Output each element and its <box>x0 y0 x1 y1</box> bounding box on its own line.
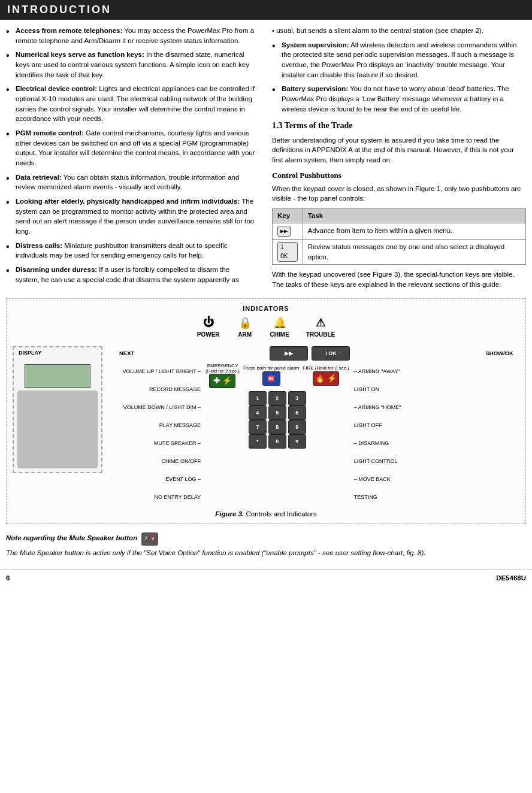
indicator-item: ⏻POWER <box>197 314 220 338</box>
figure-caption-bold: Figure 3. <box>215 510 244 517</box>
right-labels-col: – ARMING "AWAY"LIGHT ON– ARMING "HOME"LI… <box>352 363 430 506</box>
keypad-key[interactable]: 8 <box>268 420 286 434</box>
pushbuttons-text: When the keypad cover is closed, as show… <box>272 184 526 204</box>
left-label: VOLUME DOWN / LIGHT DIM – <box>107 399 201 416</box>
right-label: LIGHT OFF <box>354 417 430 434</box>
left-label: CHIME ON/OFF <box>107 453 201 470</box>
panic-label: Press both for panic alarm <box>243 365 299 371</box>
page-footer: 6 DE5468U <box>0 569 532 584</box>
indicators-section: INDICATORS ⏻POWER🔒ARM🔔CHIME⚠TROUBLE <box>197 305 335 343</box>
keypad-key[interactable]: 2 <box>268 391 286 405</box>
showok-button[interactable]: i OK <box>312 346 350 361</box>
fire-label: FIRE (Hold for 2 sec.) <box>303 365 349 371</box>
fire-button[interactable]: 🔥 ⚡ <box>313 371 339 386</box>
keypad-key[interactable]: 3 <box>288 391 306 405</box>
keypad-key[interactable]: * <box>249 434 267 449</box>
right-label: – ARMING "HOME" <box>354 399 430 416</box>
left-column: •Access from remote telephones: You may … <box>6 26 266 290</box>
key-symbol[interactable]: i OK <box>277 242 298 262</box>
bullet-dot: • <box>6 84 13 95</box>
bullet-item: •Distress calls: Miniature pushbutton tr… <box>6 241 255 261</box>
next-showok-row: NEXT ▶▶ i OK SHOW/OK <box>107 346 519 361</box>
bullet-text: Battery supervision: You do not have to … <box>282 84 526 114</box>
bullet-dot: • <box>6 172 13 184</box>
right-column: • usual, but sends a silent alarm to the… <box>266 26 526 290</box>
section-terms: 1.3 Terms of the TradeBetter understandi… <box>272 120 526 165</box>
key-symbol[interactable]: ▶▶ <box>277 226 291 237</box>
mute-icon: 7 🔇 <box>141 532 158 546</box>
indicators-row: ⏻POWER🔒ARM🔔CHIME⚠TROUBLE <box>197 314 335 338</box>
indicators-label: INDICATORS <box>197 305 335 312</box>
keypad-row: 456 <box>249 405 306 420</box>
emergency-btn-group: EMERGENCY (Hold for 2 sec.) ✚ ⚡ <box>205 363 240 388</box>
figure-caption-desc: Controls and Indicators <box>246 510 316 517</box>
keypad-key[interactable]: 1 <box>249 391 267 405</box>
bullet-text: Electrical device control: Lights and el… <box>16 84 255 124</box>
section-title-pushbuttons: Control Pushbuttons <box>272 170 526 181</box>
note-section: Note regarding the Mute Speaker button 7… <box>0 528 532 563</box>
indicator-icon: 🔔 <box>271 314 288 331</box>
bullet-item: •Numerical keys serve as function keys: … <box>6 50 255 80</box>
fire-btn-group: FIRE (Hold for 2 sec.) 🔥 ⚡ <box>303 365 349 386</box>
next-button[interactable]: ▶▶ <box>270 346 308 361</box>
table-row: i OKReview status messages one by one an… <box>273 240 526 265</box>
emergency-fire-row: EMERGENCY (Hold for 2 sec.) ✚ ⚡ Press bo… <box>205 363 349 388</box>
bullet-text: Looking after elderly, physically handic… <box>16 196 255 237</box>
keypad-key[interactable]: 7 <box>249 420 267 434</box>
bullet-text: Disarming under duress: If a user is for… <box>16 265 255 284</box>
keypad-key[interactable]: # <box>288 434 306 449</box>
left-label: RECORD MESSAGE <box>107 381 201 398</box>
figure-area: INDICATORS ⏻POWER🔒ARM🔔CHIME⚠TROUBLE DISP… <box>6 298 526 524</box>
note-body: The Mute Speaker button is active only i… <box>6 548 426 558</box>
key-cell: ▶▶ <box>273 223 303 240</box>
left-label: EVENT LOG – <box>107 471 201 488</box>
panic-btn-group: Press both for panic alarm 🆘 <box>243 365 299 386</box>
display-screen <box>25 364 90 388</box>
panic-button[interactable]: 🆘 <box>262 371 280 386</box>
left-label: VOLUME UP / LIGHT BRIGHT – <box>107 363 201 380</box>
note-text: Note regarding the Mute Speaker button 7… <box>6 532 426 558</box>
keypad-row: *0# <box>249 434 306 449</box>
keypad-key[interactable]: 6 <box>288 405 306 420</box>
next-label: NEXT <box>119 350 134 356</box>
next-btns: ▶▶ i OK <box>270 346 350 361</box>
bullet-item: •Battery supervision: You do not have to… <box>272 84 526 114</box>
section-title-terms: 1.3 Terms of the Trade <box>272 120 526 132</box>
bullet-list: •Access from remote telephones: You may … <box>6 26 255 284</box>
center-panel: NEXT ▶▶ i OK SHOW/OK VOLUME UP / LIGHT B… <box>107 346 519 506</box>
task-cell: Advance from item to item within a given… <box>303 223 525 240</box>
bullet-dot: • <box>6 196 13 208</box>
bullet-dot: • <box>272 84 279 95</box>
keypad-key[interactable]: 9 <box>288 420 306 434</box>
showok-label: SHOW/OK <box>486 350 513 356</box>
col-key: Key <box>273 208 303 223</box>
right-intro-text: • usual, but sends a silent alarm to the… <box>272 26 526 36</box>
bullet-item: •Looking after elderly, physically handi… <box>6 196 255 237</box>
indicator-label: TROUBLE <box>306 331 335 338</box>
bullet-dot: • <box>6 50 13 61</box>
indicator-item: 🔔CHIME <box>270 314 289 338</box>
bullet-text: Numerical keys serve as function keys: I… <box>16 50 255 80</box>
keypad-full-row: VOLUME UP / LIGHT BRIGHT –RECORD MESSAGE… <box>107 363 519 506</box>
bullet-text: System supervision: All wireless detecto… <box>282 40 526 80</box>
emergency-label: EMERGENCY (Hold for 2 sec.) <box>205 363 240 374</box>
display-body <box>17 391 98 468</box>
right-label: – MOVE BACK <box>354 471 430 488</box>
bullet-dot: • <box>6 26 13 37</box>
left-label: MUTE SPEAKER – <box>107 435 201 452</box>
bullet-item: •Data retrieval: You can obtain status i… <box>6 172 255 192</box>
keypad-key[interactable]: 5 <box>268 405 286 420</box>
keypad-key[interactable]: 4 <box>249 405 267 420</box>
indicator-item: ⚠TROUBLE <box>306 314 335 338</box>
indicator-label: ARM <box>238 331 252 338</box>
bullet-text: PGM remote control: Gate control mechani… <box>16 128 255 168</box>
keypad-key[interactable]: 0 <box>268 434 286 449</box>
indicator-icon: ⏻ <box>200 314 217 331</box>
note-heading: Note regarding the Mute Speaker button 7… <box>6 532 426 546</box>
right-label: LIGHT CONTROL <box>354 453 430 470</box>
left-label: NO ENTRY DELAY <box>107 489 201 506</box>
control-table: KeyTask▶▶Advance from item to item withi… <box>272 208 526 265</box>
figure-caption: Figure 3. Controls and Indicators <box>13 510 519 517</box>
bullet-dot: • <box>6 128 13 140</box>
emergency-button[interactable]: ✚ ⚡ <box>209 374 235 388</box>
